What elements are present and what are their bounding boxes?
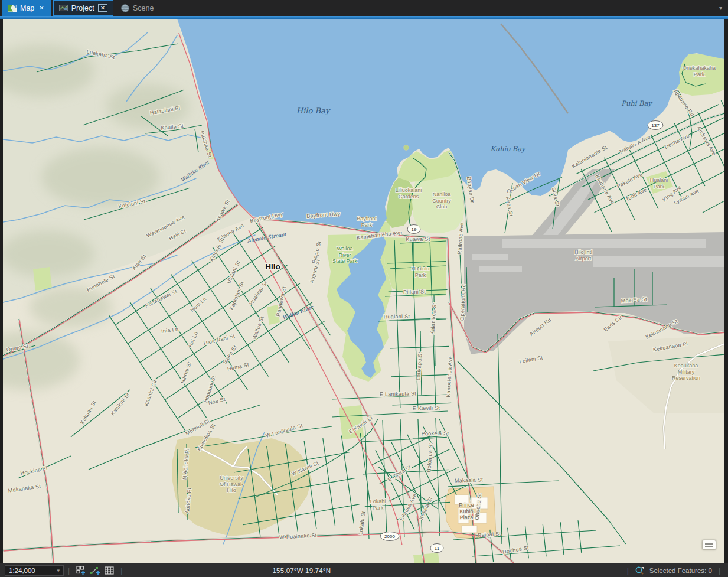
- close-tab-icon[interactable]: ✕: [38, 5, 45, 11]
- arcgis-pro-window: Map ✕ Project ✕ Scene ▾ Luakaha StHalaul…: [0, 0, 728, 577]
- route-shield-number: 2000: [384, 534, 395, 539]
- separator: |: [719, 566, 720, 575]
- close-tab-icon[interactable]: ✕: [98, 4, 107, 12]
- add-features-icon[interactable]: [75, 565, 87, 576]
- map-scale-value: 1:24,000: [9, 567, 35, 574]
- street-label: E Kawili St: [413, 405, 440, 412]
- separator: |: [120, 566, 122, 575]
- separator: |: [68, 566, 70, 575]
- pointer-coordinates: 155.07°W 19.74°N: [272, 567, 331, 574]
- route-shield-number: 19: [412, 227, 417, 232]
- city-label: Hilo: [265, 262, 280, 271]
- map-scale-combobox[interactable]: 1:24,000 ▾: [5, 565, 64, 576]
- street-label: Makaala St: [455, 477, 484, 484]
- street-label: Piilani St: [403, 289, 426, 295]
- selection-status-group: | Selected Features: 0 |: [623, 565, 724, 576]
- route-shield-number: 11: [435, 546, 440, 551]
- map-attribution-button[interactable]: [702, 540, 716, 550]
- attribute-table-icon[interactable]: [103, 565, 115, 576]
- tab-scene[interactable]: Scene: [116, 0, 159, 16]
- document-tab-bar: Map ✕ Project ✕ Scene ▾: [0, 0, 728, 16]
- street-label: Kuawa St: [406, 236, 430, 243]
- route-shield-number: 137: [651, 123, 660, 128]
- map-tab-icon: [8, 5, 17, 12]
- street-label: Pookela St: [422, 431, 449, 437]
- area-label: LiliuokalaniGardens: [396, 187, 422, 200]
- edit-vertices-icon[interactable]: [89, 565, 101, 576]
- zoom-to-selection-icon[interactable]: [634, 565, 646, 576]
- separator: |: [627, 566, 629, 575]
- tab-overflow-button[interactable]: ▾: [713, 0, 728, 16]
- project-tab-icon: [59, 5, 68, 11]
- street-label: Hualani St: [384, 314, 410, 320]
- tab-project[interactable]: Project ✕: [53, 0, 113, 16]
- tab-label: Map: [20, 4, 34, 12]
- selected-features-label: Selected Features: 0: [649, 567, 712, 574]
- chevron-down-icon: ▾: [57, 568, 60, 573]
- water-label: Kuhio Bay: [490, 145, 526, 153]
- tab-label: Project: [71, 4, 94, 12]
- map-viewport[interactable]: Luakaha StHalaulani PlKauila StPukihae S…: [3, 19, 724, 563]
- area-label: Hilo IntlAirport: [574, 249, 592, 262]
- area-label: PrinceKuhioPlaza: [459, 502, 474, 520]
- status-bar: 1:24,000 ▾ | | 155.07°W 19.74°N | Select…: [0, 563, 728, 577]
- water-label: Puhi Bay: [621, 99, 652, 107]
- map-canvas[interactable]: Luakaha StHalaulani PlKauila StPukihae S…: [3, 19, 724, 563]
- water-label: Hilo Bay: [296, 106, 331, 115]
- street-label: E Lanikaula St: [380, 390, 417, 397]
- globe-icon: [121, 4, 129, 12]
- tab-map[interactable]: Map ✕: [2, 0, 51, 16]
- tab-label: Scene: [133, 4, 154, 12]
